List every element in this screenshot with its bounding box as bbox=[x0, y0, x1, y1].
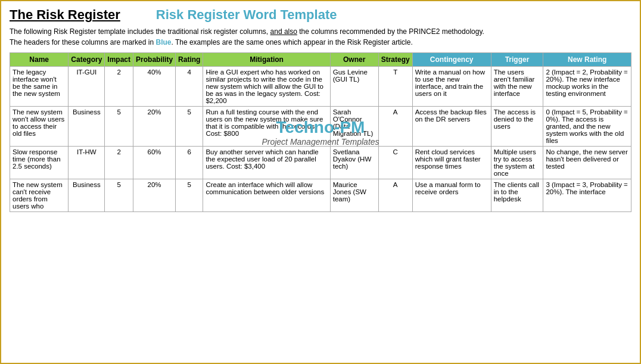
col-header-probability: Probability bbox=[133, 53, 176, 67]
cell-impact-1: 2 bbox=[105, 67, 133, 107]
table-container: Techno-PM Project Management Templates N… bbox=[10, 52, 631, 212]
cell-category-3: IT-HW bbox=[69, 147, 105, 179]
table-row: The new system can't receive orders from… bbox=[10, 179, 631, 212]
col-header-rating: Rating bbox=[176, 53, 203, 67]
cell-category-2: Business bbox=[69, 107, 105, 147]
cell-trigger-1: The users aren't familiar with the new i… bbox=[491, 67, 543, 107]
table-row: Slow response time (more than 2.5 second… bbox=[10, 147, 631, 179]
col-header-name: Name bbox=[10, 53, 69, 67]
cell-strategy-1: T bbox=[378, 67, 412, 107]
description-line2: The headers for these columns are marked… bbox=[10, 37, 631, 48]
cell-contingency-2: Access the backup files on the DR server… bbox=[412, 107, 491, 147]
cell-impact-2: 5 bbox=[105, 107, 133, 147]
cell-impact-4: 5 bbox=[105, 179, 133, 212]
cell-new-rating-4: 3 (Impact = 3, Probability = 20%). The i… bbox=[543, 179, 631, 212]
col-header-new-rating: New Rating bbox=[543, 53, 631, 67]
cell-rating-2: 5 bbox=[176, 107, 203, 147]
cell-mitigation-3: Buy another server which can handle the … bbox=[203, 147, 330, 179]
cell-impact-3: 2 bbox=[105, 147, 133, 179]
cell-rating-4: 5 bbox=[176, 179, 203, 212]
cell-contingency-1: Write a manual on how to use the new int… bbox=[412, 67, 491, 107]
cell-new-rating-2: 0 (Impact = 5, Probability = 0%). The ac… bbox=[543, 107, 631, 147]
description: The following Risk Register template inc… bbox=[10, 26, 631, 48]
cell-mitigation-2: Run a full testing course with the end u… bbox=[203, 107, 330, 147]
cell-new-rating-3: No change, the new server hasn't been de… bbox=[543, 147, 631, 179]
cell-rating-3: 6 bbox=[176, 147, 203, 179]
table-row: The new system won't allow users to acce… bbox=[10, 107, 631, 147]
risk-table: Name Category Impact Probability Rating … bbox=[10, 52, 631, 212]
sub-title: Risk Register Word Template bbox=[156, 7, 337, 23]
cell-probability-4: 20% bbox=[133, 179, 176, 212]
main-title: The Risk Register bbox=[10, 7, 120, 23]
col-header-trigger: Trigger bbox=[491, 53, 543, 67]
cell-owner-2: Sarah O'Connor (Data Migration TL) bbox=[330, 107, 378, 147]
cell-strategy-3: C bbox=[378, 147, 412, 179]
cell-owner-1: Gus Levine (GUI TL) bbox=[330, 67, 378, 107]
cell-probability-2: 20% bbox=[133, 107, 176, 147]
cell-probability-3: 60% bbox=[133, 147, 176, 179]
cell-trigger-4: The clients call in to the helpdesk bbox=[491, 179, 543, 212]
cell-owner-4: Maurice Jones (SW team) bbox=[330, 179, 378, 212]
description-line1: The following Risk Register template inc… bbox=[10, 26, 631, 37]
cell-mitigation-1: Hire a GUI expert who has worked on simi… bbox=[203, 67, 330, 107]
table-header-row: Name Category Impact Probability Rating … bbox=[10, 53, 631, 67]
header: The Risk Register Risk Register Word Tem… bbox=[10, 7, 631, 23]
cell-contingency-4: Use a manual form to receive orders bbox=[412, 179, 491, 212]
cell-name-3: Slow response time (more than 2.5 second… bbox=[10, 147, 69, 179]
col-header-impact: Impact bbox=[105, 53, 133, 67]
col-header-mitigation: Mitigation bbox=[203, 53, 330, 67]
cell-name-2: The new system won't allow users to acce… bbox=[10, 107, 69, 147]
cell-trigger-3: Multiple users try to access the system … bbox=[491, 147, 543, 179]
cell-new-rating-1: 2 (Impact = 2, Probability = 20%). The n… bbox=[543, 67, 631, 107]
col-header-strategy: Strategy bbox=[378, 53, 412, 67]
cell-strategy-4: A bbox=[378, 179, 412, 212]
cell-name-4: The new system can't receive orders from… bbox=[10, 179, 69, 212]
cell-rating-1: 4 bbox=[176, 67, 203, 107]
col-header-category: Category bbox=[69, 53, 105, 67]
cell-probability-1: 40% bbox=[133, 67, 176, 107]
cell-strategy-2: A bbox=[378, 107, 412, 147]
cell-category-1: IT-GUI bbox=[69, 67, 105, 107]
cell-name-1: The legacy interface won't be the same i… bbox=[10, 67, 69, 107]
cell-category-4: Business bbox=[69, 179, 105, 212]
col-header-contingency: Contingency bbox=[412, 53, 491, 67]
cell-owner-3: Svetlana Dyakov (HW tech) bbox=[330, 147, 378, 179]
col-header-owner: Owner bbox=[330, 53, 378, 67]
cell-mitigation-4: Create an interface which will allow com… bbox=[203, 179, 330, 212]
table-row: The legacy interface won't be the same i… bbox=[10, 67, 631, 107]
cell-trigger-2: The access is denied to the users bbox=[491, 107, 543, 147]
cell-contingency-3: Rent cloud services which will grant fas… bbox=[412, 147, 491, 179]
